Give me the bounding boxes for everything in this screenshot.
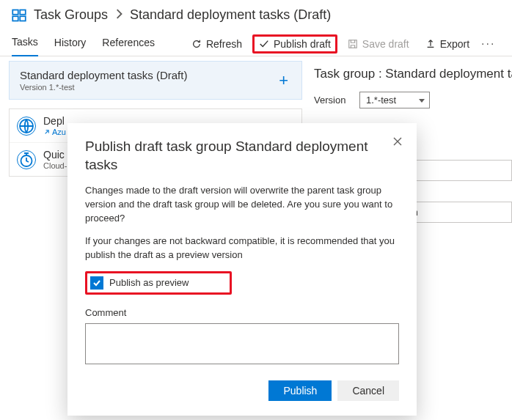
checkmark-icon bbox=[92, 279, 101, 287]
dialog-para-1: Changes made to the draft version will o… bbox=[85, 184, 399, 226]
link-icon bbox=[43, 129, 50, 136]
tab-tasks[interactable]: Tasks bbox=[12, 32, 38, 56]
task-name: Depl bbox=[43, 115, 66, 127]
dialog-footer: Publish Cancel bbox=[85, 380, 399, 401]
publish-preview-checkbox[interactable] bbox=[90, 276, 103, 290]
version-label: Version bbox=[314, 95, 352, 106]
version-select[interactable]: 1.*-test bbox=[359, 92, 430, 108]
svg-rect-0 bbox=[12, 10, 18, 14]
comment-label: Comment bbox=[85, 306, 399, 320]
plus-icon: + bbox=[279, 71, 288, 89]
task-group-card[interactable]: Standard deployment tasks (Draft) Versio… bbox=[9, 61, 302, 100]
tab-references[interactable]: References bbox=[102, 32, 155, 56]
card-version: Version 1.*-test bbox=[20, 83, 187, 92]
publish-preview-label: Publish as preview bbox=[109, 276, 189, 290]
publish-draft-button[interactable]: Publish draft bbox=[252, 34, 337, 54]
details-heading: Task group : Standard deployment tas bbox=[314, 67, 512, 81]
dialog-cancel-button[interactable]: Cancel bbox=[337, 380, 399, 401]
close-icon bbox=[393, 136, 402, 148]
card-title: Standard deployment tasks (Draft) bbox=[20, 69, 187, 81]
version-row: Version 1.*-test bbox=[314, 92, 512, 108]
publish-draft-label: Publish draft bbox=[274, 38, 331, 50]
dialog-close-button[interactable] bbox=[389, 133, 406, 151]
task-groups-icon bbox=[12, 8, 26, 23]
tab-bar: Tasks History References Refresh Publish… bbox=[0, 27, 512, 56]
save-draft-button: Save draft bbox=[342, 35, 415, 53]
publish-preview-row: Publish as preview bbox=[85, 271, 232, 295]
task-provider[interactable]: Azu bbox=[43, 128, 66, 136]
toolbar: Refresh Publish draft Save draft Export … bbox=[186, 34, 497, 54]
refresh-button[interactable]: Refresh bbox=[186, 35, 248, 53]
dialog-title: Publish draft task group Standard deploy… bbox=[85, 138, 399, 174]
add-task-button[interactable]: + bbox=[276, 71, 291, 90]
export-icon bbox=[425, 39, 436, 49]
export-label: Export bbox=[440, 38, 469, 50]
save-draft-label: Save draft bbox=[362, 38, 409, 50]
more-button[interactable]: ··· bbox=[480, 34, 497, 54]
save-icon bbox=[348, 39, 358, 49]
dialog-body: Changes made to the draft version will o… bbox=[85, 184, 399, 369]
globe-icon bbox=[17, 117, 36, 136]
stopwatch-icon bbox=[17, 150, 36, 169]
svg-rect-1 bbox=[12, 16, 18, 21]
dialog-publish-button[interactable]: Publish bbox=[268, 380, 332, 401]
dialog-para-2: If your changes are not backward compati… bbox=[85, 235, 399, 262]
ellipsis-icon: ··· bbox=[481, 37, 495, 51]
tab-history[interactable]: History bbox=[54, 32, 87, 56]
refresh-icon bbox=[191, 39, 202, 49]
export-button[interactable]: Export bbox=[420, 35, 475, 53]
breadcrumb: Task Groups Standard deployment tasks (D… bbox=[0, 0, 512, 27]
task-name: Quic bbox=[43, 149, 67, 161]
breadcrumb-root[interactable]: Task Groups bbox=[34, 7, 108, 23]
svg-rect-4 bbox=[349, 40, 357, 48]
chevron-right-icon bbox=[115, 7, 122, 23]
breadcrumb-current: Standard deployment tasks (Draft) bbox=[130, 7, 331, 23]
check-icon bbox=[259, 39, 269, 49]
svg-rect-3 bbox=[20, 16, 26, 21]
svg-rect-2 bbox=[20, 10, 26, 14]
comment-input[interactable] bbox=[85, 323, 399, 364]
refresh-label: Refresh bbox=[206, 38, 242, 50]
publish-dialog: Publish draft task group Standard deploy… bbox=[67, 123, 417, 416]
task-provider: Cloud- bbox=[43, 161, 67, 170]
